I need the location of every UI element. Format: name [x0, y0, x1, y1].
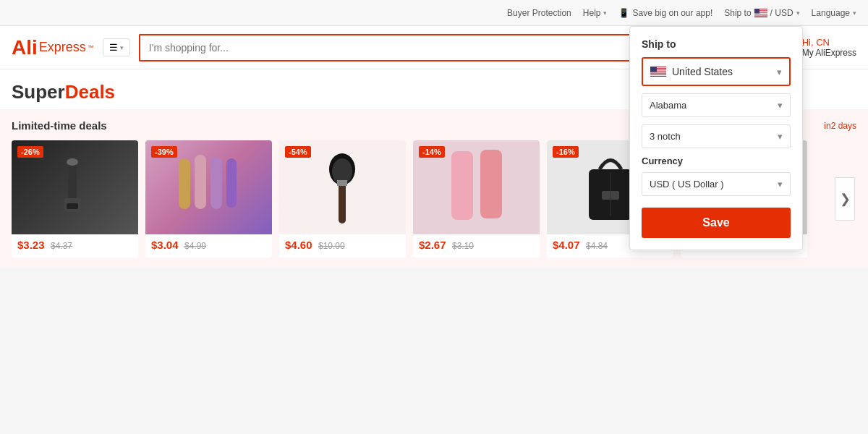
svg-rect-36	[650, 75, 666, 76]
currency-value: USD ( US Dollar )	[650, 179, 724, 190]
top-bar: Buyer Protection Help ▾ 📱 Save big on ou…	[0, 0, 868, 26]
deal-prices-3: $4.60 $10.00	[279, 234, 406, 258]
deals-label: Deals	[65, 81, 115, 103]
current-price-3: $4.60	[285, 239, 312, 251]
original-price-2: $4.99	[184, 241, 206, 251]
menu-chevron: ▾	[120, 44, 124, 51]
us-flag-icon-popup	[650, 67, 666, 77]
deal-card-4[interactable]: -14% $2.67 $3.10	[413, 140, 540, 258]
deal-card-2[interactable]: -39% $3.04 $4.99	[145, 140, 272, 258]
app-promo-label: Save big on our app!	[632, 8, 712, 18]
svg-rect-34	[650, 72, 666, 73]
country-chevron-icon: ▾	[777, 67, 782, 77]
svg-point-10	[67, 158, 78, 166]
city-chevron-icon: ▾	[778, 131, 783, 142]
menu-icon: ☰	[109, 42, 118, 53]
logo-trademark: ™	[88, 44, 94, 51]
ship-to-button[interactable]: Ship to / USD ▾	[724, 8, 799, 18]
svg-rect-6	[754, 15, 767, 16]
us-flag-icon	[754, 9, 767, 17]
user-greeting: Hi, CN My AliExpress	[802, 37, 856, 58]
current-price-5: $4.07	[553, 239, 580, 251]
deal-badge-1: -26%	[17, 146, 43, 158]
state-label: Alabama	[650, 100, 686, 111]
current-price-2: $3.04	[151, 239, 179, 251]
deals-title: Limited-time deals	[12, 119, 107, 132]
super-label: Super	[12, 81, 65, 103]
state-select[interactable]: Alabama ▾	[642, 93, 791, 117]
city-select[interactable]: 3 notch ▾	[642, 124, 791, 148]
phone-icon: 📱	[618, 8, 629, 18]
popup-title: Ship to	[642, 38, 791, 50]
ship-to-label: Ship to	[724, 8, 751, 18]
logo-express: Express	[39, 40, 86, 55]
country-name: United States	[672, 66, 733, 77]
help-label: Help	[583, 8, 601, 18]
original-price-5: $4.84	[586, 241, 608, 251]
currency-chevron-icon: ▾	[778, 179, 783, 190]
save-button[interactable]: Save	[642, 208, 791, 238]
logo-ali: Ali	[12, 36, 38, 59]
language-label: Language	[812, 8, 850, 18]
country-inner: United States	[650, 66, 733, 77]
deal-card-3[interactable]: -54% $4.60 $10.00	[279, 140, 406, 258]
svg-rect-16	[339, 180, 346, 224]
original-price-3: $10.00	[318, 241, 345, 251]
deal-badge-5: -16%	[553, 146, 579, 158]
currency-select[interactable]: USD ( US Dollar ) ▾	[642, 172, 791, 196]
svg-rect-12	[179, 158, 190, 209]
header-right: Hi, CN My AliExpress	[802, 37, 856, 58]
country-select[interactable]: United States ▾	[642, 57, 791, 86]
deal-card-1[interactable]: -26% $3.23 $4.37	[12, 140, 138, 258]
deal-prices-1: $3.23 $4.37	[12, 234, 138, 258]
svg-rect-5	[754, 14, 767, 14]
svg-rect-20	[451, 151, 473, 220]
language-chevron: ▾	[853, 9, 856, 17]
next-arrow-button[interactable]: ❯	[835, 177, 855, 221]
buyer-protection-label: Buyer Protection	[507, 8, 571, 18]
svg-rect-21	[480, 150, 502, 218]
deals-word: deals	[79, 119, 106, 132]
deal-badge-3: -54%	[285, 146, 311, 158]
buyer-protection-link[interactable]: Buyer Protection	[507, 8, 571, 18]
original-price-1: $4.37	[51, 241, 72, 251]
menu-button[interactable]: ☰ ▾	[103, 38, 130, 56]
my-aliexpress-link[interactable]: My AliExpress	[802, 48, 856, 58]
svg-rect-37	[650, 67, 657, 72]
logo[interactable]: AliExpress™	[12, 36, 94, 59]
deal-prices-2: $3.04 $4.99	[145, 234, 272, 258]
svg-rect-14	[210, 157, 222, 209]
svg-rect-11	[67, 203, 78, 209]
limited-label: Limited-time	[12, 119, 76, 132]
original-price-4: $3.10	[452, 241, 474, 251]
deal-badge-2: -39%	[151, 146, 177, 158]
hi-text: Hi, CN	[802, 37, 856, 48]
currency-label: / USD	[770, 8, 793, 18]
svg-rect-13	[195, 155, 206, 209]
ship-chevron: ▾	[796, 9, 800, 17]
chevron-right-icon: ❯	[840, 191, 851, 207]
current-price-4: $2.67	[419, 239, 446, 251]
currency-section-label: Currency	[642, 156, 791, 166]
app-promo-link[interactable]: 📱 Save big on our app!	[618, 8, 712, 18]
countdown-label: in2 days	[824, 121, 856, 131]
svg-rect-19	[337, 180, 347, 186]
language-button[interactable]: Language ▾	[812, 8, 856, 18]
ship-to-popup: Ship to United States ▾ Alabama ▾ 3 notc…	[629, 26, 803, 250]
current-price-1: $3.23	[17, 239, 45, 251]
city-label: 3 notch	[650, 131, 681, 142]
deal-prices-4: $2.67 $3.10	[413, 234, 540, 258]
svg-rect-35	[650, 74, 666, 75]
deal-badge-4: -14%	[419, 146, 445, 158]
state-chevron-icon: ▾	[778, 100, 783, 111]
help-link[interactable]: Help ▾	[583, 8, 608, 18]
svg-rect-7	[754, 9, 760, 14]
help-chevron: ▾	[603, 9, 607, 17]
svg-rect-15	[226, 158, 237, 208]
